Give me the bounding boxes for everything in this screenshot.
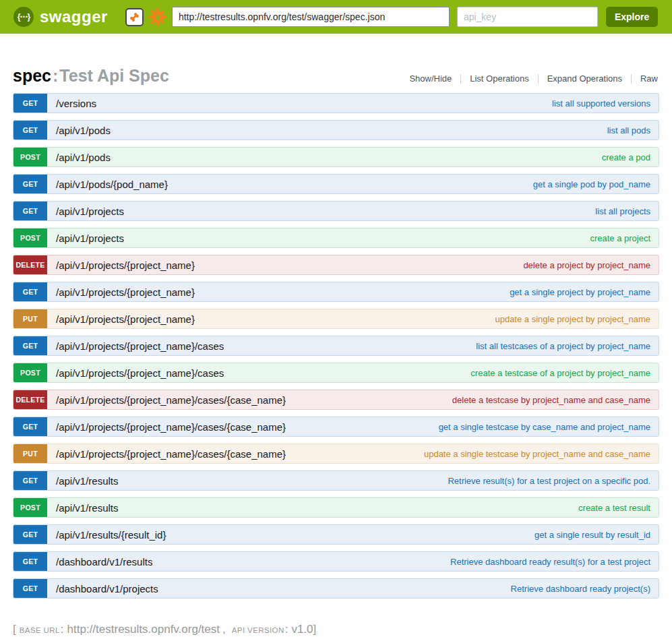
method-badge[interactable]: GET [13, 579, 47, 598]
title-separator: : [53, 66, 58, 85]
endpoint-path[interactable]: /api/v1/results [56, 475, 119, 487]
method-badge[interactable]: DELETE [13, 255, 47, 274]
method-badge[interactable]: GET [13, 94, 47, 113]
endpoint-summary[interactable]: delete a project by project_name [523, 260, 650, 270]
endpoint-row[interactable]: POST /api/v1/projects create a project [13, 228, 659, 248]
endpoint-row[interactable]: GET /api/v1/projects list all projects [13, 201, 659, 221]
endpoint-path[interactable]: /api/v1/pods/{pod_name} [56, 179, 168, 190]
endpoint-summary[interactable]: update a single testcase by project_name… [424, 449, 650, 459]
endpoint-row[interactable]: DELETE /api/v1/projects/{project_name}/c… [13, 390, 659, 410]
toolbar-link-raw[interactable]: Raw [631, 74, 659, 84]
base-url-value: http://testresults.opnfv.org/test [67, 623, 220, 636]
method-badge[interactable]: GET [13, 336, 47, 355]
api-version-label: api version [232, 626, 284, 634]
method-badge[interactable]: GET [13, 282, 47, 301]
footer-colon-1: : [61, 623, 64, 636]
bone-icon [128, 11, 141, 24]
endpoint-summary[interactable]: create a project [590, 233, 650, 243]
brand-title: swagger [40, 7, 108, 26]
footer-bracket-open: [ [13, 623, 16, 636]
endpoint-summary[interactable]: list all testcases of a project by proje… [476, 341, 650, 351]
api-name: spec [13, 66, 51, 85]
swagger-brand-link[interactable]: {⋯} swagger [13, 7, 108, 27]
endpoint-row[interactable]: GET /api/v1/results/{result_id} get a si… [13, 524, 659, 545]
endpoint-row[interactable]: PUT /api/v1/projects/{project_name}/case… [13, 444, 659, 464]
toolbar-link-show-hide[interactable]: Show/Hide [400, 74, 460, 84]
endpoint-summary[interactable]: create a pod [602, 152, 650, 162]
endpoint-summary[interactable]: create a testcase of a project by projec… [470, 368, 650, 378]
endpoint-row[interactable]: GET /api/v1/projects/{project_name}/case… [13, 417, 659, 437]
title-row: spec:Test Api Spec Show/HideList Operati… [13, 66, 659, 86]
endpoint-row[interactable]: GET /dashboard/v1/results Retrieve dashb… [13, 551, 659, 572]
endpoint-summary[interactable]: delete a testcase by project_name and ca… [452, 395, 650, 405]
method-badge[interactable]: DELETE [13, 390, 47, 409]
endpoint-path[interactable]: /api/v1/results/{result_id} [56, 529, 166, 541]
endpoint-path[interactable]: /versions [56, 98, 96, 109]
endpoint-path[interactable]: /api/v1/results [56, 502, 119, 514]
endpoint-path[interactable]: /api/v1/projects/{project_name}/cases/{c… [56, 394, 286, 406]
endpoint-path[interactable]: /api/v1/projects/{project_name}/cases [56, 340, 224, 352]
endpoint-row[interactable]: POST /api/v1/projects/{project_name}/cas… [13, 363, 659, 383]
endpoint-summary[interactable]: Retrieve dashboard ready result(s) for a… [450, 557, 650, 567]
api-version-value: v1.0 [291, 623, 313, 636]
endpoint-path[interactable]: /api/v1/projects [56, 206, 124, 217]
endpoint-path[interactable]: /api/v1/pods [56, 125, 111, 136]
toolbar-link-expand-operations[interactable]: Expand Operations [538, 74, 631, 84]
method-badge[interactable]: POST [13, 498, 47, 517]
endpoint-row[interactable]: POST /api/v1/results create a test resul… [13, 497, 659, 518]
endpoint-summary[interactable]: create a test result [578, 503, 650, 513]
api-key-input[interactable] [457, 7, 598, 27]
endpoint-row[interactable]: DELETE /api/v1/projects/{project_name} d… [13, 255, 659, 275]
gear-icon[interactable] [148, 7, 167, 26]
endpoint-path[interactable]: /api/v1/projects [56, 233, 124, 244]
endpoint-path[interactable]: /api/v1/projects/{project_name} [56, 286, 195, 298]
method-badge[interactable]: GET [13, 525, 47, 544]
endpoint-row[interactable]: GET /versions list all supported version… [13, 93, 659, 113]
endpoint-path[interactable]: /api/v1/projects/{project_name}/cases/{c… [56, 448, 286, 460]
endpoint-summary[interactable]: get a single testcase by case_name and p… [439, 422, 650, 432]
method-badge[interactable]: POST [13, 363, 47, 382]
endpoint-path[interactable]: /api/v1/pods [56, 152, 111, 163]
footer-comma: , [222, 623, 226, 636]
endpoint-path[interactable]: /dashboard/v1/results [56, 556, 152, 568]
endpoint-path[interactable]: /api/v1/projects/{project_name}/cases/{c… [56, 421, 286, 433]
method-badge[interactable]: PUT [13, 444, 47, 463]
endpoint-row[interactable]: GET /dashboard/v1/projects Retrieve dash… [13, 578, 659, 599]
endpoint-summary[interactable]: get a single project by project_name [510, 287, 650, 297]
endpoint-summary[interactable]: list all supported versions [552, 98, 650, 109]
method-badge[interactable]: GET [13, 175, 47, 193]
endpoint-row[interactable]: GET /api/v1/projects/{project_name} get … [13, 282, 659, 302]
base-url-label: base url [20, 626, 60, 634]
endpoint-row[interactable]: GET /api/v1/results Retrieve result(s) f… [13, 470, 659, 491]
endpoint-path[interactable]: /dashboard/v1/projects [56, 583, 158, 594]
spec-url-input[interactable] [172, 7, 450, 27]
footer-bracket-close: ] [313, 623, 317, 636]
endpoint-path[interactable]: /api/v1/projects/{project_name} [56, 260, 195, 271]
method-badge[interactable]: GET [13, 471, 47, 490]
api-description: Test Api Spec [59, 66, 169, 85]
method-badge[interactable]: GET [13, 202, 47, 220]
endpoint-summary[interactable]: Retrieve result(s) for a test project on… [448, 476, 650, 486]
bone-icon-button[interactable] [125, 8, 144, 26]
endpoint-summary[interactable]: Retrieve dashboard ready project(s) [511, 584, 650, 594]
endpoint-path[interactable]: /api/v1/projects/{project_name}/cases [56, 367, 224, 379]
method-badge[interactable]: GET [13, 121, 47, 140]
endpoint-summary[interactable]: get a single result by result_id [534, 530, 650, 540]
method-badge[interactable]: POST [13, 228, 47, 247]
endpoint-summary[interactable]: list all pods [607, 125, 650, 135]
endpoint-path[interactable]: /api/v1/projects/{project_name} [56, 313, 195, 325]
endpoint-summary[interactable]: get a single pod by pod_name [533, 179, 650, 189]
method-badge[interactable]: GET [13, 552, 47, 571]
method-badge[interactable]: GET [13, 417, 47, 436]
endpoint-row[interactable]: GET /api/v1/projects/{project_name}/case… [13, 336, 659, 356]
toolbar-link-list-operations[interactable]: List Operations [460, 74, 537, 84]
endpoint-row[interactable]: GET /api/v1/pods/{pod_name} get a single… [13, 174, 659, 194]
endpoint-row[interactable]: GET /api/v1/pods list all pods [13, 120, 659, 140]
endpoint-summary[interactable]: update a single project by project_name [495, 314, 650, 324]
method-badge[interactable]: POST [13, 148, 47, 166]
endpoint-row[interactable]: POST /api/v1/pods create a pod [13, 147, 659, 167]
method-badge[interactable]: PUT [13, 309, 47, 328]
endpoint-row[interactable]: PUT /api/v1/projects/{project_name} upda… [13, 309, 659, 329]
endpoint-summary[interactable]: list all projects [595, 206, 650, 216]
explore-button[interactable]: Explore [606, 7, 658, 27]
